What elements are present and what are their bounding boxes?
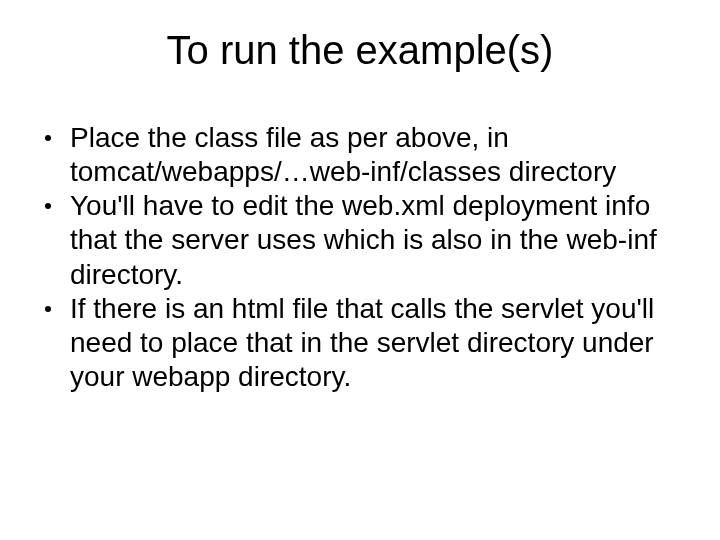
bullet-icon (45, 203, 51, 209)
list-item: Place the class file as per above, in to… (30, 121, 690, 189)
list-item: If there is an html file that calls the … (30, 292, 690, 394)
bullet-icon (45, 135, 51, 141)
list-item: You'll have to edit the web.xml deployme… (30, 189, 690, 291)
bullet-text: If there is an html file that calls the … (70, 292, 690, 394)
slide-title: To run the example(s) (30, 28, 690, 73)
bullet-text: You'll have to edit the web.xml deployme… (70, 189, 690, 291)
bullet-text: Place the class file as per above, in to… (70, 121, 690, 189)
bullet-list: Place the class file as per above, in to… (30, 121, 690, 394)
bullet-icon (45, 306, 51, 312)
